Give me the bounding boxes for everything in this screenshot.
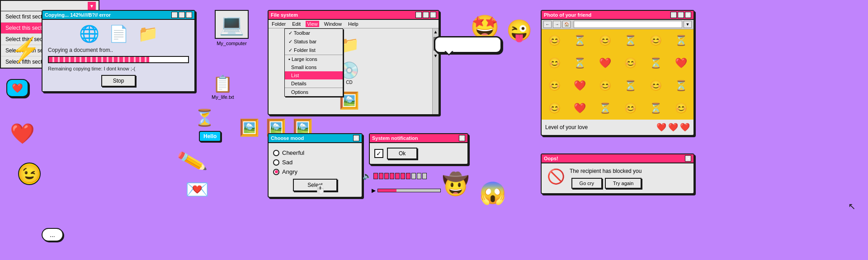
photo-content: 😊 ⏳ 😊 ⏳ 😊 ⏳ 😊 ⏳ ❤️ 😊 ⏳ ❤️ 😊 ❤️ 😊 ⏳ 😊 ⏳ 😊… [542,29,693,120]
oops-content: The recipient has blocked you Go cry Try… [570,168,642,189]
notif-close-btn[interactable]: ✕ [459,135,465,141]
fs-dd-smallicons[interactable]: Small icons [285,63,343,71]
sound-seg-4 [390,173,394,179]
oops-gocry-button[interactable]: Go cry [571,178,602,189]
photo-cell-5: ⏳ [668,29,693,52]
sound-seg-8 [411,173,416,179]
photo-maximize-btn[interactable]: □ [678,12,684,18]
fs-window-titlebar: File system − □ ✕ [269,11,439,20]
file-system-window: File system − □ ✕ Folder Edit View Windo… [268,10,439,115]
fs-menu-folder[interactable]: Folder [270,21,287,27]
photo-address-go[interactable]: ▼ [684,21,692,28]
radio-angry-fill [275,170,278,173]
fs-menu-help[interactable]: Help [347,21,360,27]
photo-cell-17: ⏳ [668,74,693,97]
fs-window-controls: − □ ✕ [415,12,436,18]
fs-view-dropdown: ✓ Toolbar ✓ Status bar ✓ Folder list • L… [284,28,343,97]
folder-icon: 📁 [138,24,158,43]
photo-footer: Level of your love ❤️ ❤️ ❤️ [542,120,693,135]
sound-seg-3 [384,173,389,179]
fs-minimize-btn[interactable]: − [415,12,422,18]
speech-bubble [434,36,502,53]
my-computer-icon[interactable]: 💻 My_computer [215,10,249,46]
notif-checkbox[interactable]: ✓ [374,149,383,158]
oops-tryagain-button[interactable]: Try again [605,178,642,189]
photo-back-btn[interactable]: ← [543,21,552,28]
photo-cell-6: 😊 [542,52,567,74]
notif-title: System notification [372,135,459,141]
my-computer-label: My_computer [217,41,247,46]
mood-cheerful-label: Cheerful [282,149,304,156]
photo-cell-2: 😊 [592,29,618,52]
my-life-file[interactable]: 📋 My_life.txt [212,74,234,100]
file-icon: 📋 [212,74,234,93]
copy-minimize-btn[interactable]: − [171,12,178,18]
fs-dd-toolbar[interactable]: ✓ Toolbar [285,29,343,37]
sound-seg-9 [417,173,421,179]
photo-cell-0: 😊 [542,29,567,52]
mood-option-angry[interactable]: Angry [273,168,357,175]
fs-file-img1[interactable]: 🖼️ [339,91,359,137]
mood-option-cheerful[interactable]: Cheerful [273,149,357,156]
copy-window-controls: − □ ✕ [171,12,192,18]
fs-close-btn[interactable]: ✕ [430,12,436,18]
radio-cheerful[interactable] [273,150,279,156]
photo-home-btn[interactable]: 🏠 [562,21,571,28]
fs-menu-window[interactable]: Window [323,21,343,27]
fs-dd-largeicons[interactable]: • Large icons [285,55,343,63]
fs-main-area: ✓ Toolbar ✓ Status bar ✓ Folder list • L… [269,28,432,114]
dots-button[interactable]: ... [42,228,63,241]
sound-seg-2 [379,173,383,179]
cursor-icon-2: ↖ [848,201,856,212]
fs-maximize-btn[interactable]: □ [423,12,429,18]
fs-scroll-up[interactable]: ▲ [433,28,439,35]
oops-body: 🚫 The recipient has blocked you Go cry T… [542,163,693,193]
level-label: Level of your love [545,124,588,130]
fs-dd-folderlist[interactable]: ✓ Folder list [285,46,343,55]
oops-titlebar: Oops! ✕ [542,154,693,163]
progress-track[interactable] [377,189,441,192]
copy-icons-row: 🌐 📄 📁 [48,24,189,43]
oops-buttons: Go cry Try again [570,178,642,189]
dropdown-arrow-btn[interactable]: ▼ [88,2,96,10]
fs-dd-options[interactable]: Options [285,88,343,96]
photo-cell-13: ❤️ [567,74,592,97]
fs-menubar: Folder Edit View Window Help [269,20,439,28]
photo-cell-23: 😊 [668,97,693,120]
photo-forward-btn[interactable]: → [553,21,561,28]
progress-fill [378,189,396,192]
copy-label: Copying a document from.. [48,47,189,53]
fs-body: ✓ Toolbar ✓ Status bar ✓ Folder list • L… [269,28,439,114]
fs-dd-statusbar[interactable]: ✓ Status bar [285,37,343,46]
progress-bar [48,56,189,63]
fs-window-title: File system [271,12,415,18]
photo-close-btn[interactable]: ✕ [685,12,691,18]
sound-seg-7 [406,173,410,179]
notif-controls: ✕ [459,135,465,141]
radio-sad[interactable] [273,159,279,166]
stop-button[interactable]: Stop [101,75,136,87]
radio-angry[interactable] [273,169,279,175]
fs-dd-details[interactable]: Details [285,79,343,88]
cursor-icon: 🖱️ [315,184,326,195]
copy-maximize-btn[interactable]: □ [179,12,185,18]
photo-address-bar[interactable] [574,21,682,28]
mood-option-sad[interactable]: Sad [273,159,357,166]
fs-file-img2[interactable]: 🖼️ [239,118,259,137]
photo-minimize-btn[interactable]: − [670,12,677,18]
oops-close-btn[interactable]: ✕ [685,155,691,162]
play-icon: ▶ [372,187,376,194]
copy-window-titlebar: Copying... 142%////B?// error − □ ✕ [42,11,194,20]
fs-scroll-down[interactable]: ▼ [433,52,439,59]
mood-close-btn[interactable]: ✕ [353,135,359,141]
wink-emoji2: 😜 [506,18,532,42]
notif-ok-button[interactable]: Ok [387,148,417,159]
fs-menu-view[interactable]: View [306,21,319,27]
copy-close-btn[interactable]: ✕ [186,12,192,18]
fs-dd-list[interactable]: List [285,71,343,79]
fs-menu-edit[interactable]: Edit [291,21,302,27]
photo-cell-21: 😊 [618,97,643,120]
photo-cell-15: ⏳ [618,74,643,97]
notif-titlebar: System notification ✕ [370,134,467,143]
mood-titlebar: Choose mood ✕ [269,134,362,143]
